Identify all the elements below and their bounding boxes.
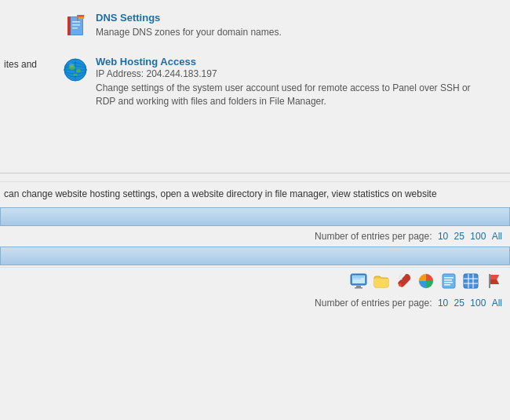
svg-point-26	[399, 283, 402, 287]
pagination1-all[interactable]: All	[492, 231, 502, 242]
pagination1-25[interactable]: 25	[454, 231, 464, 242]
svg-rect-28	[443, 274, 455, 288]
svg-rect-31	[444, 282, 453, 283]
svg-rect-38	[489, 274, 490, 288]
pagination1-label: Number of entries per page:	[315, 231, 432, 242]
web-hosting-link[interactable]: Web Hosting Access	[96, 56, 196, 68]
dns-settings-link[interactable]: DNS Settings	[96, 12, 160, 24]
web-ip-address: IP Address: 204.244.183.197	[96, 68, 480, 79]
grid-icon[interactable]	[462, 272, 479, 290]
spacer	[0, 118, 510, 165]
svg-point-19	[69, 63, 74, 68]
svg-rect-30	[444, 279, 452, 281]
stats-icon[interactable]	[417, 272, 435, 290]
blue-filter-bar[interactable]	[0, 207, 510, 226]
dns-settings-item: DNS Settings Manage DNS zones for your d…	[0, 0, 510, 46]
svg-point-17	[76, 69, 81, 72]
logs-icon[interactable]	[440, 272, 457, 290]
pagination2-label: Number of entries per page:	[315, 298, 432, 309]
monitor-icon[interactable]	[350, 272, 367, 290]
pagination2-all[interactable]: All	[492, 298, 502, 309]
pagination1-10[interactable]: 10	[438, 231, 448, 242]
description-bar: can change website hosting settings, ope…	[0, 181, 510, 206]
svg-rect-33	[464, 274, 478, 288]
flag-icon[interactable]	[485, 272, 502, 290]
dns-item-content: DNS Settings Manage DNS zones for your d…	[96, 12, 498, 39]
svg-rect-9	[72, 27, 78, 29]
svg-rect-3	[77, 15, 78, 21]
pagination-bar-1: Number of entries per page: 10 25 100 Al…	[0, 228, 510, 245]
pagination1-100[interactable]: 100	[470, 231, 486, 242]
svg-rect-24	[353, 276, 364, 278]
web-hosting-item: ites and	[0, 49, 510, 115]
svg-rect-23	[355, 287, 362, 289]
dns-icon	[63, 13, 88, 38]
tools-icon[interactable]	[395, 272, 413, 290]
web-icon	[63, 57, 88, 82]
divider-line	[0, 173, 510, 173]
svg-rect-2	[67, 16, 71, 35]
svg-rect-25	[353, 279, 361, 279]
pagination2-25[interactable]: 25	[454, 298, 464, 309]
svg-rect-29	[444, 277, 454, 279]
svg-rect-8	[72, 24, 80, 26]
svg-rect-32	[444, 284, 450, 286]
toolbar-row	[0, 267, 510, 294]
blue-bar-2[interactable]	[0, 247, 510, 265]
svg-rect-7	[72, 21, 80, 23]
dns-description: Manage DNS zones for your domain names.	[96, 26, 488, 39]
left-partial-text: ites and	[4, 59, 37, 70]
svg-rect-22	[356, 286, 361, 287]
svg-rect-6	[78, 17, 84, 20]
folder-icon[interactable]	[373, 272, 390, 290]
svg-point-18	[74, 73, 78, 75]
web-description: Change settings of the system user accou…	[96, 82, 480, 108]
svg-rect-5	[78, 15, 84, 17]
pagination2-100[interactable]: 100	[470, 298, 486, 309]
pagination2-10[interactable]: 10	[438, 298, 448, 309]
pagination-bar-2: Number of entries per page: 10 25 100 Al…	[0, 294, 510, 312]
web-item-content: Web Hosting Access IP Address: 204.244.1…	[96, 56, 480, 108]
desc-bar-text: can change website hosting settings, ope…	[4, 188, 437, 199]
main-container: DNS Settings Manage DNS zones for your d…	[0, 0, 510, 420]
